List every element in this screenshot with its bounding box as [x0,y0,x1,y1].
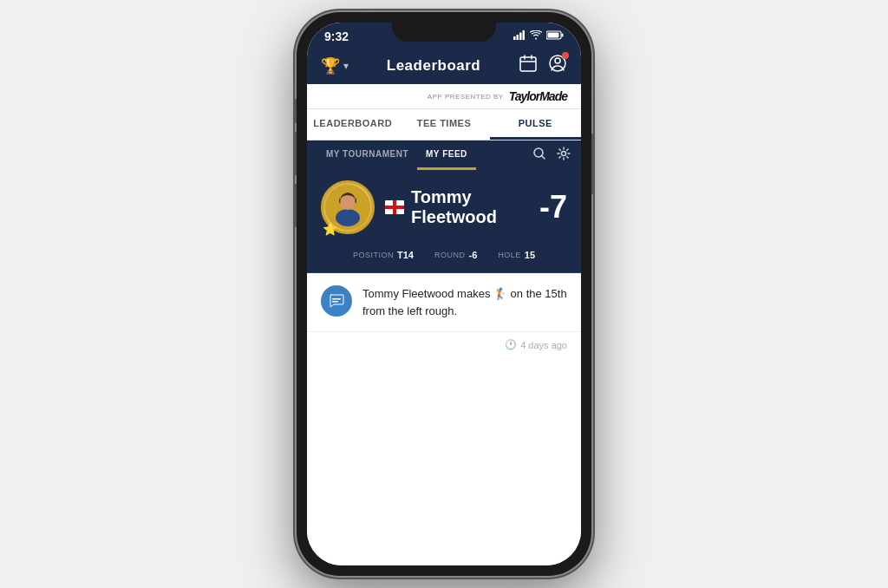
phone-screen: 9:32 [307,23,581,565]
clock-icon: 🕐 [505,339,517,350]
tab-pulse[interactable]: PULSE [490,109,581,140]
timestamp-label: 4 days ago [520,340,567,350]
trophy-icon: 🏆 [321,56,340,75]
status-bar: 9:32 [307,23,581,47]
app-header: 🏆 ▾ Leaderboard [307,47,581,84]
round-value: -6 [468,250,477,260]
player-name: TommyFleetwood [411,187,497,227]
main-tabs: LEADERBOARD TEE TIMES PULSE [307,109,581,140]
mute-button[interactable] [293,99,297,123]
status-icons [513,30,564,42]
header-left: 🏆 ▾ [321,56,349,75]
player-card[interactable]: ⭐ TommyFleetwood -7 [307,170,581,245]
stats-row: POSITION T14 ROUND -6 HOLE 15 [307,245,581,273]
svg-point-17 [336,209,360,226]
svg-rect-23 [332,301,338,303]
profile-button[interactable] [548,54,567,77]
svg-point-15 [562,152,566,156]
svg-rect-7 [520,57,536,71]
sub-nav-my-tournament[interactable]: MY TOURNAMENT [317,140,417,170]
stat-round: ROUND -6 [434,250,477,260]
sub-nav-my-feed[interactable]: MY FEED [417,140,476,170]
svg-rect-0 [513,36,516,40]
england-flag [385,200,404,214]
sponsor-logo: TaylorMade [509,89,567,103]
volume-down-button[interactable] [293,184,297,227]
feed-timestamp: 🕐 4 days ago [307,332,581,361]
notch [392,23,496,42]
volume-up-button[interactable] [293,132,297,175]
sponsor-presented-by: APP PRESENTED BY [428,93,504,101]
feed-item-text: Tommy Fleetwood makes 🏌 on the 15th from… [362,285,567,319]
player-score: -7 [539,189,567,225]
tab-tee-times[interactable]: TEE TIMES [398,109,489,140]
position-value: T14 [397,250,414,260]
phone-frame: 9:32 [297,12,591,576]
settings-button[interactable] [557,147,571,164]
feed-item-icon [321,285,352,317]
tab-leaderboard[interactable]: LEADERBOARD [307,109,398,140]
side-buttons-left [293,99,297,227]
svg-rect-21 [385,206,404,209]
sponsor-bar: APP PRESENTED BY TaylorMade [307,84,581,109]
player-avatar-wrap: ⭐ [321,180,375,234]
svg-rect-2 [519,33,522,41]
round-label: ROUND [434,251,466,259]
header-right [519,54,567,77]
side-buttons-right [591,134,595,194]
wifi-icon [530,30,542,42]
svg-line-14 [542,156,545,160]
svg-rect-5 [562,34,564,37]
feed-area: Tommy Fleetwood makes 🏌 on the 15th from… [307,273,581,565]
notification-dot [562,52,569,59]
dropdown-arrow-icon[interactable]: ▾ [343,60,349,72]
stat-hole: HOLE 15 [498,250,535,260]
feed-item: Tommy Fleetwood makes 🏌 on the 15th from… [307,273,581,332]
calendar-button[interactable] [519,54,538,77]
battery-icon [546,30,564,42]
svg-point-12 [555,58,560,63]
svg-rect-22 [332,298,341,300]
signal-icon [513,30,526,42]
svg-rect-3 [523,30,526,40]
svg-rect-1 [517,35,519,40]
position-label: POSITION [353,251,394,259]
svg-rect-6 [548,33,559,38]
sub-nav: MY TOURNAMENT MY FEED [307,140,581,170]
header-title: Leaderboard [387,57,480,75]
stat-position: POSITION T14 [353,250,414,260]
status-time: 9:32 [324,29,349,43]
player-name-row: TommyFleetwood [385,187,529,227]
hole-label: HOLE [498,251,521,259]
star-badge: ⭐ [323,222,337,236]
hole-value: 15 [525,250,535,260]
power-button[interactable] [591,134,595,194]
sub-nav-icons [532,147,571,164]
search-button[interactable] [532,147,546,164]
player-info: TommyFleetwood [385,187,529,227]
